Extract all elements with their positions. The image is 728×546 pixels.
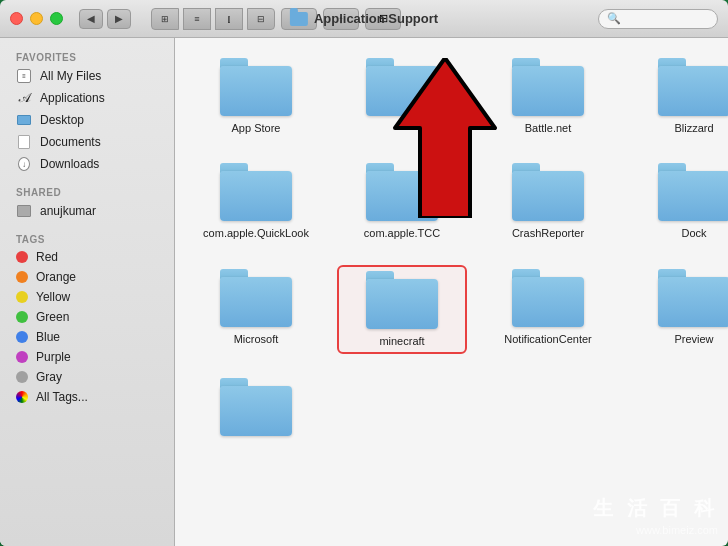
minimize-button[interactable] (30, 12, 43, 25)
folder-icon-large (512, 269, 584, 327)
downloads-icon: ↓ (16, 156, 32, 172)
sidebar-item-label: All My Files (40, 69, 101, 83)
file-label: CrashReporter (512, 226, 584, 240)
file-label: minecraft (379, 334, 424, 348)
maximize-button[interactable] (50, 12, 63, 25)
orange-tag-dot (16, 271, 28, 283)
blue-tag-dot (16, 331, 28, 343)
sidebar-item-tag-gray[interactable]: Gray (0, 367, 174, 387)
sidebar-item-documents[interactable]: Documents (0, 131, 174, 153)
sidebar-item-label: Desktop (40, 113, 84, 127)
sidebar-item-label: Applications (40, 91, 105, 105)
file-label: com.apple.QuickLook (203, 226, 309, 240)
icon-view-button[interactable]: ⊞ (151, 8, 179, 30)
file-item-app-store[interactable]: App Store (191, 54, 321, 139)
tag-label: Yellow (36, 290, 70, 304)
watermark-chinese-text: 生 活 百 科 (593, 495, 718, 522)
yellow-tag-dot (16, 291, 28, 303)
file-item-microsoft[interactable]: Microsoft (191, 265, 321, 354)
computer-icon (16, 203, 32, 219)
apps-icon: 𝒜 (16, 90, 32, 106)
file-item-extra[interactable] (191, 374, 321, 445)
titlebar: ◀ ▶ ⊞ ≡ ⫿ ⊟ ⚙ ▼ ↑ ⊟ Application Support … (0, 0, 728, 38)
tag-label: Gray (36, 370, 62, 384)
folder-icon-large (512, 58, 584, 116)
folder-icon-large (658, 269, 728, 327)
file-grid: App Store Battle.net (191, 54, 712, 445)
sidebar-item-anujkumar[interactable]: anujkumar (0, 200, 174, 222)
file-label: Battle.net (525, 121, 571, 135)
sidebar-item-all-my-files[interactable]: ≡ All My Files (0, 65, 174, 87)
green-tag-dot (16, 311, 28, 323)
file-label: Preview (674, 332, 713, 346)
tag-label: Orange (36, 270, 76, 284)
search-icon: 🔍 (607, 12, 621, 25)
sidebar-item-label: Downloads (40, 157, 99, 171)
sidebar-item-tag-purple[interactable]: Purple (0, 347, 174, 367)
view-controls: ⊞ ≡ ⫿ ⊟ (151, 8, 275, 30)
forward-button[interactable]: ▶ (107, 9, 131, 29)
docs-icon (16, 134, 32, 150)
file-label: Dock (681, 226, 706, 240)
tag-label: Red (36, 250, 58, 264)
tags-section-title: TAGS (0, 230, 174, 247)
file-label: Blizzard (674, 121, 713, 135)
sidebar-item-tag-blue[interactable]: Blue (0, 327, 174, 347)
file-content-area: App Store Battle.net (175, 38, 728, 546)
window-title: Application Support (290, 11, 438, 26)
finder-window: ◀ ▶ ⊞ ≡ ⫿ ⊟ ⚙ ▼ ↑ ⊟ Application Support … (0, 0, 728, 546)
file-item-blizzard[interactable]: Blizzard (629, 54, 728, 139)
file-item-minecraft[interactable]: minecraft (337, 265, 467, 354)
shared-section-title: SHARED (0, 183, 174, 200)
file-label: Microsoft (234, 332, 279, 346)
folder-icon-large (366, 271, 438, 329)
sidebar-item-desktop[interactable]: Desktop (0, 109, 174, 131)
file-item-apple-tcc[interactable]: com.apple.TCC (337, 159, 467, 244)
gray-tag-dot (16, 371, 28, 383)
coverflow-button[interactable]: ⊟ (247, 8, 275, 30)
folder-icon-large (220, 378, 292, 436)
file-label: App Store (232, 121, 281, 135)
red-tag-dot (16, 251, 28, 263)
folder-icon-large (220, 163, 292, 221)
watermark: 生 活 百 科 www.bimeiz.com (593, 495, 718, 536)
sidebar-item-tag-red[interactable]: Red (0, 247, 174, 267)
sidebar-item-tag-green[interactable]: Green (0, 307, 174, 327)
file-item-quicklook[interactable]: com.apple.QuickLook (191, 159, 321, 244)
sidebar-item-downloads[interactable]: ↓ Downloads (0, 153, 174, 175)
tag-label: Purple (36, 350, 71, 364)
tag-label: All Tags... (36, 390, 88, 404)
file-item-notification-center[interactable]: NotificationCenter (483, 265, 613, 354)
back-button[interactable]: ◀ (79, 9, 103, 29)
window-controls (10, 12, 63, 25)
file-item-crashreporter[interactable]: CrashReporter (483, 159, 613, 244)
sidebar-item-all-tags[interactable]: All Tags... (0, 387, 174, 407)
all-tags-dot (16, 391, 28, 403)
search-box[interactable]: 🔍 (598, 9, 718, 29)
tag-label: Blue (36, 330, 60, 344)
sidebar-item-tag-orange[interactable]: Orange (0, 267, 174, 287)
nav-buttons: ◀ ▶ (79, 9, 131, 29)
file-item-dock[interactable]: Dock (629, 159, 728, 244)
sidebar-item-applications[interactable]: 𝒜 Applications (0, 87, 174, 109)
list-view-button[interactable]: ≡ (183, 8, 211, 30)
sidebar-item-label: anujkumar (40, 204, 96, 218)
desktop-icon (16, 112, 32, 128)
sidebar: FAVORITES ≡ All My Files 𝒜 Applications … (0, 38, 175, 546)
sidebar-item-tag-yellow[interactable]: Yellow (0, 287, 174, 307)
all-files-icon: ≡ (16, 68, 32, 84)
file-item-hidden1[interactable] (337, 54, 467, 139)
file-item-battle-net[interactable]: Battle.net (483, 54, 613, 139)
column-view-button[interactable]: ⫿ (215, 8, 243, 30)
purple-tag-dot (16, 351, 28, 363)
file-item-preview[interactable]: Preview (629, 265, 728, 354)
folder-icon-large (220, 58, 292, 116)
favorites-section-title: FAVORITES (0, 48, 174, 65)
folder-icon-large (512, 163, 584, 221)
sidebar-item-label: Documents (40, 135, 101, 149)
close-button[interactable] (10, 12, 23, 25)
file-label: com.apple.TCC (364, 226, 440, 240)
folder-icon-large (366, 163, 438, 221)
file-label: NotificationCenter (504, 332, 591, 346)
watermark-url: www.bimeiz.com (636, 524, 718, 536)
